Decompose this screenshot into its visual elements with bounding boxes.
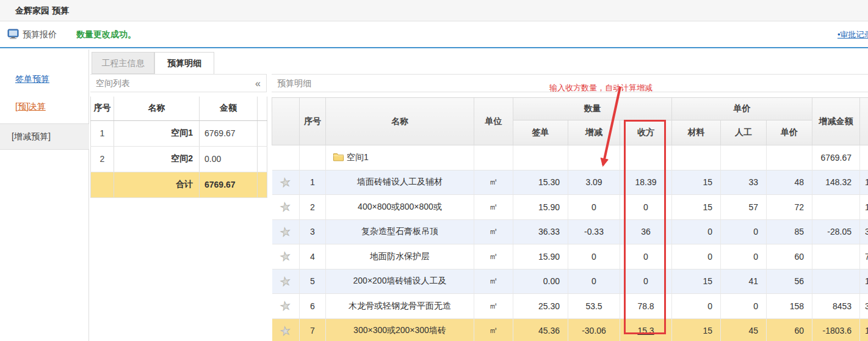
space-total-row: 合计 6769.67 [91,172,267,197]
change-amount-cell [812,244,860,270]
row-no: 4 [300,244,326,270]
change-qty-cell: -0.33 [568,219,620,244]
table-row-selected[interactable]: ★ 7 300×300或200×300墙砖 ㎡ 45.36 -30.06 15.… [272,318,868,341]
labor-price-cell: 0 [721,219,767,244]
signed-qty-cell: 25.30 [513,294,568,319]
table-row[interactable]: ★ 3 复杂造型石膏板吊顶 ㎡ 36.33 -0.33 36 0 0 85 -2… [272,219,868,244]
tab-budget-detail[interactable]: 预算明细 [154,52,214,74]
signed-qty-cell: 36.33 [513,219,568,244]
tab-project-info[interactable]: 工程主信息 [92,52,154,74]
item-name[interactable]: 300×300或200×300墙砖 [326,318,474,341]
col-header-filler [258,97,267,120]
unit-cell: ㎡ [474,219,513,244]
table-row[interactable]: ★ 1 墙面砖铺设人工及辅材 ㎡ 15.30 3.09 18.39 15 33 … [272,170,868,195]
table-row[interactable]: ★ 4 地面防水保护层 ㎡ 15.90 0 0 0 0 60 7 [272,244,868,270]
detail-header-row-groups: 序号 名称 单位 数量 单价 增减金额 [272,98,868,120]
clipped-cell: 1 [860,195,868,220]
space-table: 序号 名称 金额 1 空间1 6769.67 2 空间2 0.00 [90,97,267,198]
unit-cell: ㎡ [474,294,513,319]
table-row[interactable]: ★ 5 200×200墙砖铺设人工及 ㎡ 0.00 0 0 15 41 56 1 [272,269,868,294]
change-qty-cell: 3.09 [568,170,620,195]
item-name[interactable]: 200×200墙砖铺设人工及 [326,269,474,294]
table-row[interactable]: ★ 6 木龙骨或轻钢龙骨平面无造 ㎡ 25.30 53.5 78.8 0 0 1… [272,294,868,319]
received-qty-cell[interactable]: 15.3 [620,318,672,341]
labor-price-cell: 45 [721,318,767,341]
space-row-no: 2 [91,146,114,172]
received-qty-cell[interactable]: 0 [620,244,672,270]
labor-price-cell: 0 [721,294,767,319]
change-qty-cell: -30.06 [568,318,620,341]
toolbar: 预算报价 数量更改成功。 •审批记录 [0,22,868,48]
star-icon[interactable]: ★ [280,250,292,263]
item-name[interactable]: 木龙骨或轻钢龙骨平面无造 [326,294,474,319]
sidebar-item-final-account[interactable]: [预]决算 [15,101,46,112]
space-row-amount: 6769.67 [200,120,258,146]
space-row[interactable]: 1 空间1 6769.67 [91,120,267,146]
col-header-received: 收方 [620,120,672,145]
unit-price-cell: 56 [767,269,812,294]
col-header-clipped [860,98,868,145]
table-row[interactable]: ★ 2 400×800或800×800或 ㎡ 15.90 0 0 15 57 7… [272,195,868,220]
star-icon[interactable]: ★ [280,299,292,313]
unit-price-cell: 72 [767,195,812,220]
module-tab-label: 预算报价 [23,29,57,39]
star-icon[interactable]: ★ [280,200,292,214]
space-list-title: 空间列表 [96,78,130,88]
received-qty-cell[interactable]: 36 [620,219,672,244]
received-qty-cell[interactable]: 18.39 [620,170,672,195]
col-group-unit-price: 单价 [672,98,812,120]
space-table-header-row: 序号 名称 金额 [91,97,267,120]
received-qty-cell[interactable]: 0 [620,269,672,294]
col-header-labor: 人工 [721,120,767,145]
col-header-unit-price: 单价 [767,120,812,145]
space-list-header: 空间列表 « [90,74,267,92]
item-name[interactable]: 400×800或800×800或 [326,195,474,220]
approval-records-link[interactable]: •审批记录 [837,22,868,47]
col-header-name: 名称 [114,97,200,120]
signed-qty-cell: 15.30 [513,170,568,195]
row-no: 2 [300,195,326,220]
clipped-cell: 1 [860,318,868,341]
signed-qty-cell: 45.36 [513,318,568,341]
change-amount-cell: -1803.6 [812,318,860,341]
star-icon[interactable]: ★ [280,324,292,337]
received-qty-cell[interactable]: 0 [620,195,672,220]
received-qty-cell[interactable]: 78.8 [620,294,672,319]
row-no: 5 [300,269,326,294]
space-row-no: 1 [91,120,114,146]
unit-cell: ㎡ [474,244,513,270]
material-price-cell: 0 [672,244,721,270]
star-icon[interactable]: ★ [280,225,292,238]
star-icon[interactable]: ★ [280,175,292,189]
change-amount-cell [812,269,860,294]
sidebar-item-change-budget[interactable]: [增减预算] [0,123,89,150]
sidebar-item-sign-budget[interactable]: 签单预算 [15,74,49,85]
unit-price-cell: 48 [767,170,812,195]
col-header-amount: 金额 [200,97,258,120]
collapse-icon[interactable]: « [255,75,261,92]
group-row[interactable]: 空间1 6769.67 [272,145,868,170]
sidebar: 签单预算 [预]决算 [增减预算] [0,50,89,341]
star-icon[interactable]: ★ [280,274,292,288]
space-row[interactable]: 2 空间2 0.00 [91,146,267,172]
group-row-name: 空间1 [347,152,369,162]
clipped-cell: 7 [860,244,868,270]
col-header-no: 序号 [300,98,326,145]
item-name[interactable]: 复杂造型石膏板吊顶 [326,219,474,244]
clipped-cell: 1 [860,170,868,195]
col-header-star [272,98,300,145]
labor-price-cell: 33 [721,170,767,195]
col-header-name: 名称 [326,98,474,145]
unit-cell: ㎡ [474,195,513,220]
material-price-cell: 15 [672,170,721,195]
space-row-name[interactable]: 空间1 [114,120,200,146]
col-group-quantity: 数量 [513,98,672,120]
col-header-change-amount: 增减金额 [812,98,860,145]
module-tab-budget-quote[interactable]: 预算报价 [7,22,57,47]
space-row-name[interactable]: 空间2 [114,146,200,172]
change-qty-cell: 0 [568,244,620,270]
space-list-panel: 空间列表 « 序号 名称 金额 1 空间1 6769.67 [90,74,267,198]
unit-cell: ㎡ [474,170,513,195]
item-name[interactable]: 墙面砖铺设人工及辅材 [326,170,474,195]
item-name[interactable]: 地面防水保护层 [326,244,474,270]
